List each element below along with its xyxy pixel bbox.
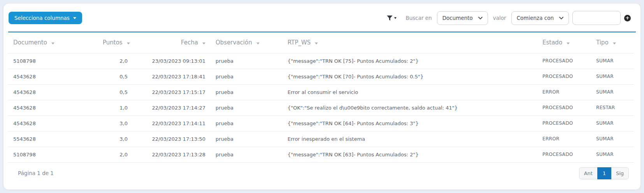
cell-puntos: 3,0 bbox=[98, 115, 133, 131]
column-header-fecha: Fecha bbox=[133, 32, 211, 53]
cell-fecha: 22/03/2023 17:13:50 bbox=[133, 131, 211, 147]
search-in-label: Buscar en bbox=[405, 15, 432, 21]
column-menu-caret-icon[interactable] bbox=[51, 42, 54, 44]
table-row: 5108798 2,0 22/03/2023 17:13:28 prueba {… bbox=[8, 147, 634, 162]
table-row: 5543628 3,0 22/03/2023 17:13:50 prueba E… bbox=[8, 131, 634, 147]
cell-tipo: SUMAR bbox=[591, 147, 634, 162]
chevron-down-icon bbox=[559, 17, 563, 19]
cell-tipo: RESTAR bbox=[591, 100, 634, 115]
next-page-button[interactable]: Sig bbox=[611, 167, 629, 179]
records-table: Documento Puntos Fecha Observación RTP_W… bbox=[8, 32, 634, 163]
table-row: 4543628 1,0 22/03/2023 17:14:27 prueba {… bbox=[8, 100, 634, 115]
filter-bar: Buscar en Documento valor Comienza con + bbox=[386, 11, 631, 25]
prev-page-button[interactable]: Ant bbox=[579, 167, 598, 179]
cell-puntos: 3,0 bbox=[98, 131, 133, 147]
cell-observacion: prueba bbox=[211, 131, 283, 147]
cell-tipo: SUMAR bbox=[591, 53, 634, 69]
cell-tipo: SUMAR bbox=[591, 84, 634, 100]
column-menu-caret-icon[interactable] bbox=[567, 42, 570, 44]
cell-puntos: 2,0 bbox=[98, 147, 133, 162]
operator-select[interactable]: Comienza con bbox=[511, 11, 569, 25]
cell-documento: 4543628 bbox=[8, 115, 98, 131]
table-row: 4543628 0,5 22/03/2023 17:15:17 prueba E… bbox=[8, 84, 634, 100]
table-row: 5108798 2,0 23/03/2023 09:13:01 prueba {… bbox=[8, 53, 634, 69]
table-footer: Página 1 de 1 Ant 1 Sig bbox=[8, 163, 636, 190]
select-columns-button[interactable]: Selecciona columnas bbox=[9, 12, 82, 24]
funnel-icon bbox=[386, 15, 393, 21]
cell-observacion: prueba bbox=[211, 84, 283, 100]
cell-observacion: prueba bbox=[211, 147, 283, 162]
column-menu-caret-icon[interactable] bbox=[202, 42, 205, 44]
cell-estado: PROCESADO bbox=[537, 69, 591, 84]
column-header-estado: Estado bbox=[537, 32, 591, 53]
cell-documento: 5543628 bbox=[8, 131, 98, 147]
column-menu-caret-icon[interactable] bbox=[613, 42, 616, 44]
results-card: Selecciona columnas Buscar en Documento … bbox=[3, 3, 641, 190]
column-header-rtpws: RTP_WS bbox=[283, 32, 537, 53]
add-filter-button[interactable]: + bbox=[624, 15, 631, 21]
cell-estado: PROCESADO bbox=[537, 147, 591, 162]
filter-menu-button[interactable] bbox=[386, 15, 397, 21]
cell-tipo: SUMAR bbox=[591, 115, 634, 131]
cell-documento: 4543628 bbox=[8, 69, 98, 84]
cell-documento: 5108798 bbox=[8, 147, 98, 162]
cell-puntos: 1,0 bbox=[98, 100, 133, 115]
cell-fecha: 22/03/2023 17:14:11 bbox=[133, 115, 211, 131]
column-header-observacion: Observación bbox=[211, 32, 283, 53]
cell-fecha: 22/03/2023 17:18:41 bbox=[133, 69, 211, 84]
cell-observacion: prueba bbox=[211, 69, 283, 84]
valor-label: valor bbox=[493, 15, 506, 21]
cell-rtpws: Error al consumir el servicio bbox=[283, 84, 537, 100]
pagination: Ant 1 Sig bbox=[579, 167, 629, 179]
cell-rtpws: {"message":"TRN OK [75]- Puntos Acumulad… bbox=[283, 53, 537, 69]
select-columns-label: Selecciona columnas bbox=[14, 15, 70, 21]
column-header-documento: Documento bbox=[8, 32, 98, 53]
cell-estado: PROCESADO bbox=[537, 53, 591, 69]
current-page-button[interactable]: 1 bbox=[597, 167, 611, 179]
cell-documento: 5108798 bbox=[8, 53, 98, 69]
cell-documento: 4543628 bbox=[8, 100, 98, 115]
search-field-select[interactable]: Documento bbox=[437, 11, 488, 25]
cell-estado: PROCESADO bbox=[537, 115, 591, 131]
page-summary: Página 1 de 1 bbox=[18, 167, 54, 176]
chevron-down-icon bbox=[478, 17, 483, 19]
cell-observacion: prueba bbox=[211, 115, 283, 131]
chevron-down-icon bbox=[73, 17, 76, 19]
toolbar: Selecciona columnas Buscar en Documento … bbox=[4, 4, 640, 32]
column-header-puntos: Puntos bbox=[98, 32, 133, 53]
cell-estado: ERROR bbox=[537, 84, 591, 100]
cell-rtpws: Error inesperado en el sistema bbox=[283, 131, 537, 147]
cell-documento: 4543628 bbox=[8, 84, 98, 100]
chevron-down-icon bbox=[394, 17, 397, 19]
cell-rtpws: {"message":"TRN OK [70]- Puntos Acumulad… bbox=[283, 69, 537, 84]
operator-value: Comienza con bbox=[517, 15, 554, 21]
cell-fecha: 22/03/2023 17:14:27 bbox=[133, 100, 211, 115]
cell-puntos: 0,5 bbox=[98, 84, 133, 100]
search-field-value: Documento bbox=[442, 15, 473, 21]
header-row: Documento Puntos Fecha Observación RTP_W… bbox=[8, 32, 634, 53]
cell-observacion: prueba bbox=[211, 53, 283, 69]
table-row: 4543628 0,5 22/03/2023 17:18:41 prueba {… bbox=[8, 69, 634, 84]
cell-rtpws: {"message":"TRN OK [63]- Puntos Acumulad… bbox=[283, 147, 537, 162]
column-header-tipo: Tipo bbox=[591, 32, 634, 53]
column-menu-caret-icon[interactable] bbox=[127, 42, 130, 44]
cell-fecha: 22/03/2023 17:15:17 bbox=[133, 84, 211, 100]
cell-puntos: 2,0 bbox=[98, 53, 133, 69]
column-menu-caret-icon[interactable] bbox=[256, 42, 260, 44]
cell-observacion: prueba bbox=[211, 100, 283, 115]
cell-fecha: 23/03/2023 09:13:01 bbox=[133, 53, 211, 69]
column-menu-caret-icon[interactable] bbox=[315, 42, 318, 44]
cell-rtpws: {"OK":"Se realizo el d\u00e9bito correct… bbox=[283, 100, 537, 115]
cell-tipo: SUMAR bbox=[591, 69, 634, 84]
cell-fecha: 22/03/2023 17:13:28 bbox=[133, 147, 211, 162]
cell-estado: PROCESADO bbox=[537, 100, 591, 115]
cell-estado: ERROR bbox=[537, 131, 591, 147]
cell-rtpws: {"message":"TRN OK [64]- Puntos Acumulad… bbox=[283, 115, 537, 131]
table-row: 4543628 3,0 22/03/2023 17:14:11 prueba {… bbox=[8, 115, 634, 131]
cell-puntos: 0,5 bbox=[98, 69, 133, 84]
cell-tipo: SUMAR bbox=[591, 131, 634, 147]
filter-value-input[interactable] bbox=[572, 11, 621, 25]
